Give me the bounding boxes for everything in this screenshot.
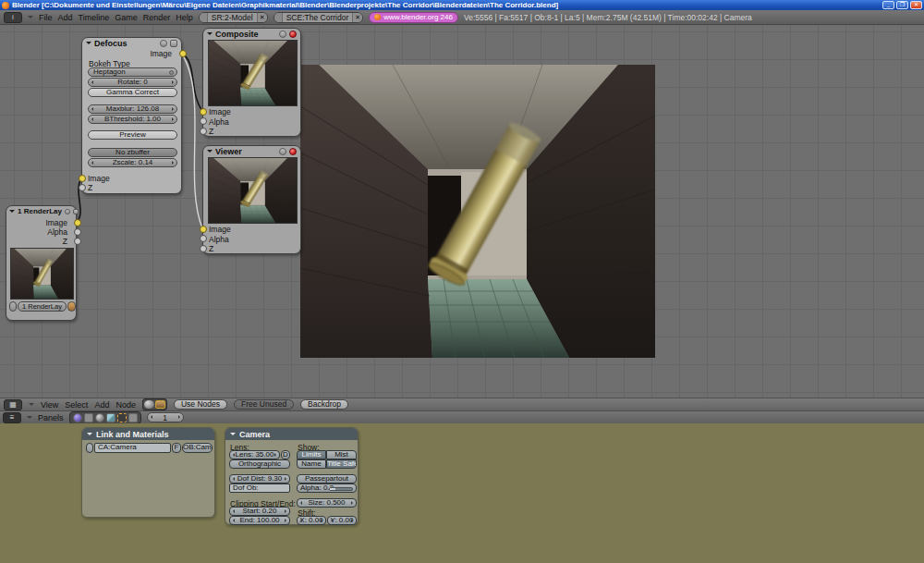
collapse-triangle-icon[interactable] bbox=[207, 150, 213, 155]
node-render-layer[interactable]: 1 RenderLay Image Alpha Z bbox=[6, 205, 77, 321]
socket-image-in[interactable] bbox=[200, 108, 207, 116]
shift-y-slider[interactable]: Y: 0.00 bbox=[327, 516, 357, 525]
node-option-icon[interactable] bbox=[160, 40, 167, 47]
node-option-icon[interactable] bbox=[279, 31, 286, 38]
node-composite[interactable]: Composite bbox=[202, 28, 301, 137]
collapse-triangle-icon[interactable] bbox=[207, 32, 213, 38]
editing-buttons-icon[interactable] bbox=[117, 413, 127, 422]
scene-buttons-icon[interactable] bbox=[128, 413, 138, 422]
close-button[interactable]: ✕ bbox=[910, 1, 922, 9]
socket-image-in[interactable] bbox=[79, 175, 86, 182]
shift-x-slider[interactable]: X: 0.00 bbox=[297, 516, 326, 525]
clip-end-slider[interactable]: End: 100.00 bbox=[229, 516, 290, 525]
size-slider[interactable]: Size: 0.500 bbox=[297, 498, 357, 508]
lens-slider[interactable]: Lens: 35.00 bbox=[229, 450, 280, 459]
collapse-triangle-icon[interactable] bbox=[9, 210, 15, 215]
menu-timeline[interactable]: Timeline bbox=[79, 13, 110, 22]
dof-dist-slider[interactable]: Dof Dist: 9.30 bbox=[229, 474, 290, 483]
layer-name-field[interactable]: 1 RenderLay bbox=[18, 301, 67, 312]
socket-z-out[interactable] bbox=[74, 238, 81, 245]
image-icon[interactable] bbox=[67, 301, 76, 312]
window-type-icon[interactable]: i bbox=[4, 12, 22, 23]
panel-header[interactable]: Camera bbox=[225, 428, 358, 440]
fake-user-button[interactable]: F bbox=[172, 443, 181, 453]
preview-toggle[interactable]: Preview bbox=[88, 130, 177, 140]
composite-nodes-icon[interactable] bbox=[155, 400, 165, 409]
gamma-correct-toggle[interactable]: Gamma Correct bbox=[88, 88, 177, 97]
socket-z-in[interactable] bbox=[200, 128, 207, 135]
camera-datablock-field[interactable]: CA:Camera bbox=[94, 443, 171, 453]
buttons-context-group[interactable] bbox=[69, 411, 141, 424]
zscale-slider[interactable]: Zscale: 0.14 bbox=[88, 158, 177, 167]
editor-type-icon[interactable]: ▦ bbox=[4, 399, 22, 410]
menu-help[interactable]: Help bbox=[176, 13, 193, 22]
panel-camera[interactable]: Camera Lens: Lens: 35.00 D Orthographic … bbox=[225, 427, 359, 525]
material-nodes-icon[interactable] bbox=[144, 400, 154, 409]
node-option-icon[interactable] bbox=[65, 209, 70, 214]
header-collapse-icon[interactable] bbox=[27, 416, 32, 422]
header-collapse-icon[interactable] bbox=[29, 403, 34, 409]
socket-z-in[interactable] bbox=[79, 184, 86, 191]
script-buttons-icon[interactable] bbox=[84, 413, 93, 422]
socket-alpha-in[interactable] bbox=[200, 235, 207, 242]
panels-menu[interactable]: Panels bbox=[38, 413, 64, 422]
depth-of-field-toggle[interactable]: D bbox=[281, 450, 290, 459]
panel-link-and-materials[interactable]: Link and Materials CA:Camera F OB:Camera bbox=[81, 427, 215, 518]
node-option-icon[interactable] bbox=[279, 148, 286, 155]
collapse-triangle-icon[interactable] bbox=[87, 433, 92, 438]
menu-view[interactable]: View bbox=[41, 400, 58, 410]
name-toggle[interactable]: Name bbox=[297, 459, 326, 469]
bthreshold-slider[interactable]: BThreshold: 1.00 bbox=[88, 115, 177, 124]
node-editor[interactable]: Defocus Image Bokeh Type Heptagon Rotate… bbox=[0, 25, 924, 398]
socket-alpha-in[interactable] bbox=[200, 117, 207, 125]
socket-image-in[interactable] bbox=[200, 226, 207, 233]
free-unused-button[interactable]: Free Unused bbox=[234, 399, 294, 410]
menu-file[interactable]: File bbox=[39, 13, 53, 22]
alpha-slider[interactable]: Alpha: 0.2 bbox=[297, 483, 357, 493]
menu-select[interactable]: Select bbox=[65, 400, 88, 410]
backdrop-button[interactable]: Backdrop bbox=[300, 399, 348, 410]
restore-button[interactable]: ❐ bbox=[896, 1, 908, 9]
menu-node[interactable]: Node bbox=[116, 400, 136, 410]
header-collapse-icon[interactable] bbox=[28, 16, 33, 21]
panel-header[interactable]: Link and Materials bbox=[82, 428, 214, 440]
scene-selector[interactable]: SCE:The Corridor ✕ bbox=[274, 12, 364, 23]
limits-toggle[interactable]: Limits bbox=[297, 450, 326, 459]
rotate-slider[interactable]: Rotate: 0 bbox=[88, 78, 177, 87]
use-nodes-button[interactable]: Use Nodes bbox=[174, 399, 227, 410]
screen-selector[interactable]: SR:2-Model ✕ bbox=[199, 12, 268, 23]
menu-render[interactable]: Render bbox=[143, 13, 171, 22]
no-zbuffer-toggle[interactable]: No zbuffer bbox=[88, 148, 177, 157]
socket-alpha-out[interactable] bbox=[74, 228, 81, 236]
scene-name[interactable]: SCE:The Corridor bbox=[283, 13, 353, 22]
passepartout-toggle[interactable]: Passepartout bbox=[297, 474, 357, 483]
minimize-button[interactable]: _ bbox=[882, 1, 894, 9]
node-viewer[interactable]: Viewer bbox=[202, 145, 301, 254]
collapse-triangle-icon[interactable] bbox=[230, 433, 236, 438]
object-name-field[interactable]: OB:Camera bbox=[182, 443, 213, 453]
orthographic-toggle[interactable]: Orthographic bbox=[229, 459, 290, 469]
socket-image-out[interactable] bbox=[74, 219, 81, 226]
blender-org-badge[interactable]: www.blender.org 246 bbox=[369, 12, 458, 23]
dof-object-field[interactable]: Dof Ob: bbox=[229, 483, 290, 493]
screen-name[interactable]: SR:2-Model bbox=[208, 13, 257, 22]
node-defocus[interactable]: Defocus Image Bokeh Type Heptagon Rotate… bbox=[81, 37, 182, 194]
node-sphere-icon[interactable] bbox=[289, 31, 297, 38]
socket-z-in[interactable] bbox=[200, 245, 207, 252]
browse-icon[interactable] bbox=[274, 13, 283, 22]
maxblur-slider[interactable]: Maxblur: 126.08 bbox=[88, 104, 177, 114]
title-safe-toggle[interactable]: Title Safe bbox=[326, 459, 357, 469]
screen-close-icon[interactable]: ✕ bbox=[257, 13, 267, 22]
object-buttons-icon[interactable] bbox=[106, 413, 116, 422]
socket-image-out[interactable] bbox=[179, 50, 187, 57]
clip-start-slider[interactable]: Start: 0.20 bbox=[229, 507, 290, 516]
menu-game[interactable]: Game bbox=[115, 13, 138, 22]
panel-page-stepper[interactable]: 1 bbox=[147, 412, 184, 422]
menu-add[interactable]: Add bbox=[94, 400, 109, 410]
node-preview-icon[interactable] bbox=[170, 40, 177, 47]
editor-type-icon[interactable]: ≡ bbox=[3, 412, 21, 423]
node-preview-icon[interactable] bbox=[73, 209, 79, 214]
shading-buttons-icon[interactable] bbox=[95, 413, 104, 422]
node-tree-type-toggle[interactable] bbox=[142, 398, 167, 410]
layer-browse-button[interactable] bbox=[9, 301, 17, 312]
